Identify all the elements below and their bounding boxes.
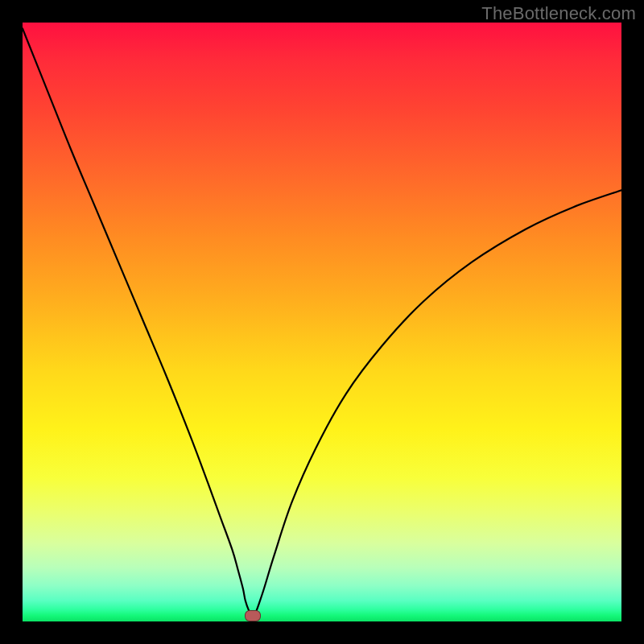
gradient-background bbox=[23, 23, 621, 621]
plot-area bbox=[23, 23, 621, 621]
chart-frame: TheBottleneck.com bbox=[0, 0, 644, 644]
bottleneck-marker bbox=[245, 610, 261, 621]
watermark-text: TheBottleneck.com bbox=[481, 3, 636, 24]
